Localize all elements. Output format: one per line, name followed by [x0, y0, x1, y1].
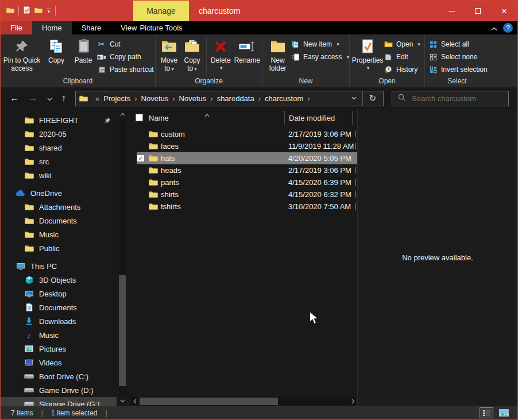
select-all-checkbox[interactable] — [136, 114, 143, 121]
scrollbar-thumb[interactable] — [119, 275, 126, 386]
paste-shortcut-button[interactable]: Paste shortcut — [97, 63, 154, 76]
cut-button[interactable]: ✂ Cut — [97, 38, 154, 51]
manage-contextual-tab[interactable]: Manage — [133, 1, 189, 21]
search-input[interactable] — [411, 94, 497, 103]
new-item-button[interactable]: New item ▾ — [291, 38, 349, 51]
easy-access-button[interactable]: Easy access ▾ — [291, 51, 349, 63]
address-dropdown-icon[interactable] — [346, 91, 362, 106]
back-button[interactable]: ← — [10, 93, 19, 103]
file-row[interactable]: ✓ pants 4/15/2020 6:39 PM — [137, 176, 357, 188]
sidebar-item[interactable]: Documents — [1, 300, 117, 314]
select-none-button[interactable]: Select none — [428, 51, 488, 63]
maximize-button[interactable] — [465, 1, 491, 21]
breadcrumb-separator-icon[interactable]: › — [206, 94, 217, 103]
column-header-date-modified[interactable]: Date modified — [289, 114, 335, 122]
sidebar-item[interactable]: Music — [1, 228, 117, 241]
sidebar-item[interactable]: Boot Drive (C:) — [1, 369, 117, 383]
history-button[interactable]: History — [384, 63, 420, 76]
file-row[interactable]: ✓ faces 11/9/2019 11:28 AM — [137, 140, 357, 152]
collapse-ribbon-icon[interactable] — [491, 23, 497, 33]
edit-button[interactable]: Edit — [384, 51, 420, 63]
file-row[interactable]: ✓ custom 2/17/2019 3:06 PM — [137, 128, 357, 140]
breadcrumb-item[interactable]: charcustom › — [265, 94, 314, 103]
scroll-up-icon[interactable] — [118, 110, 126, 118]
tab-share[interactable]: Share — [72, 21, 111, 34]
horizontal-scrollbar[interactable] — [130, 397, 357, 405]
breadcrumb-separator-icon[interactable]: › — [168, 94, 179, 103]
recent-locations-icon[interactable] — [47, 93, 52, 103]
breadcrumb-item[interactable]: Novetus › — [179, 94, 217, 103]
delete-button[interactable]: Delete ▾ — [209, 36, 233, 71]
file-row[interactable]: ✓ heads 2/17/2019 3:06 PM — [137, 164, 357, 176]
file-row[interactable]: ✓ hats 4/20/2020 5:05 PM — [137, 152, 357, 164]
file-name: pants — [161, 178, 179, 187]
sidebar-item[interactable]: wiki — [1, 168, 117, 182]
properties-check-icon[interactable] — [23, 6, 30, 17]
copy-button[interactable]: Copy — [43, 36, 69, 65]
rename-button[interactable]: Rename — [233, 36, 262, 65]
row-checkbox[interactable]: ✓ — [137, 155, 145, 162]
invert-selection-button[interactable]: Invert selection — [428, 63, 488, 76]
breadcrumb-separator-icon[interactable]: › — [130, 94, 141, 103]
breadcrumb-overflow[interactable]: « — [91, 94, 103, 103]
help-icon[interactable]: ? — [503, 23, 513, 33]
breadcrumb-bar[interactable]: « Projects › Novetus › Novetus › sharedd… — [75, 91, 384, 106]
breadcrumb-separator-icon[interactable]: › — [303, 94, 314, 103]
sidebar-item[interactable]: Desktop — [1, 287, 117, 300]
copy-to-button[interactable]: Copy to▾ — [180, 36, 204, 74]
file-row[interactable]: ✓ tshirts 3/10/2020 7:50 AM — [137, 201, 357, 213]
breadcrumb-separator-icon[interactable]: › — [254, 94, 265, 103]
file-row[interactable]: ✓ shirts 4/15/2020 6:32 PM — [137, 188, 357, 201]
sidebar-item[interactable]: OneDrive — [1, 186, 117, 200]
sidebar-item[interactable]: ♪ Music — [1, 328, 117, 342]
forward-button[interactable]: → — [28, 93, 37, 103]
paste-shortcut-icon — [97, 66, 106, 74]
sidebar-item[interactable]: FIREFIGHT — [1, 113, 117, 127]
tab-file[interactable]: File — [1, 21, 32, 34]
scrollbar-thumb[interactable] — [140, 398, 278, 405]
tab-home[interactable]: Home — [32, 21, 72, 34]
scroll-down-icon[interactable] — [118, 397, 126, 405]
move-to-button[interactable]: Move to▾ — [158, 36, 180, 74]
open-button[interactable]: Open ▾ — [384, 38, 420, 51]
breadcrumb-item[interactable]: shareddata › — [217, 94, 265, 103]
sidebar-item[interactable]: Public — [1, 241, 117, 255]
pin-to-quick-access-button[interactable]: Pin to Quick access — [1, 36, 43, 74]
folder-icon[interactable] — [34, 6, 42, 16]
sidebar-item[interactable]: Pictures — [1, 342, 117, 356]
scroll-right-icon[interactable] — [349, 397, 357, 405]
refresh-icon[interactable]: ↻ — [362, 91, 382, 106]
sidebar-scrollbar[interactable] — [118, 110, 126, 405]
sidebar-item[interactable]: 2020-05 — [1, 127, 117, 141]
search-box[interactable] — [392, 91, 509, 106]
sidebar-item[interactable]: 3D Objects — [1, 273, 117, 287]
close-button[interactable]: × — [491, 1, 517, 21]
column-header-name[interactable]: Name — [149, 114, 169, 122]
copy-path-button[interactable]: Copy path — [97, 51, 154, 63]
breadcrumb-item[interactable]: Novetus › — [141, 94, 179, 103]
up-button[interactable]: ↑ — [61, 93, 66, 103]
ribbon-tab-bar: File Home Share View Picture Tools ? — [1, 21, 517, 34]
tab-picture-tools[interactable]: Picture Tools — [133, 21, 189, 34]
breadcrumb-item[interactable]: Projects › — [103, 94, 141, 103]
details-view-button[interactable] — [480, 407, 493, 418]
customize-toolbar-icon[interactable]: ▾ — [47, 9, 51, 13]
sidebar-item[interactable]: src — [1, 155, 117, 168]
folder-icon[interactable] — [6, 6, 14, 16]
ribbon-group-open: Properties ▾ Open ▾ Edit Histo — [350, 34, 425, 87]
new-folder-button[interactable]: New folder — [267, 36, 288, 74]
thumbnail-view-button[interactable] — [497, 407, 511, 418]
sidebar-item[interactable]: Attachments — [1, 200, 117, 214]
sidebar-item[interactable]: shared — [1, 141, 117, 155]
minimize-button[interactable] — [438, 1, 465, 21]
sidebar-item[interactable]: This PC — [1, 259, 117, 273]
sidebar-item[interactable]: Game Drive (D:) — [1, 383, 117, 397]
paste-button[interactable]: Paste — [69, 36, 97, 65]
properties-button[interactable]: Properties ▾ — [351, 36, 384, 71]
sidebar-item[interactable]: Downloads — [1, 314, 117, 328]
sidebar-item[interactable]: Videos — [1, 356, 117, 369]
quick-access-toolbar: ▾ — [6, 1, 56, 21]
select-all-button[interactable]: Select all — [428, 38, 488, 51]
sidebar-item[interactable]: Documents — [1, 214, 117, 228]
scroll-left-icon[interactable] — [130, 397, 139, 405]
